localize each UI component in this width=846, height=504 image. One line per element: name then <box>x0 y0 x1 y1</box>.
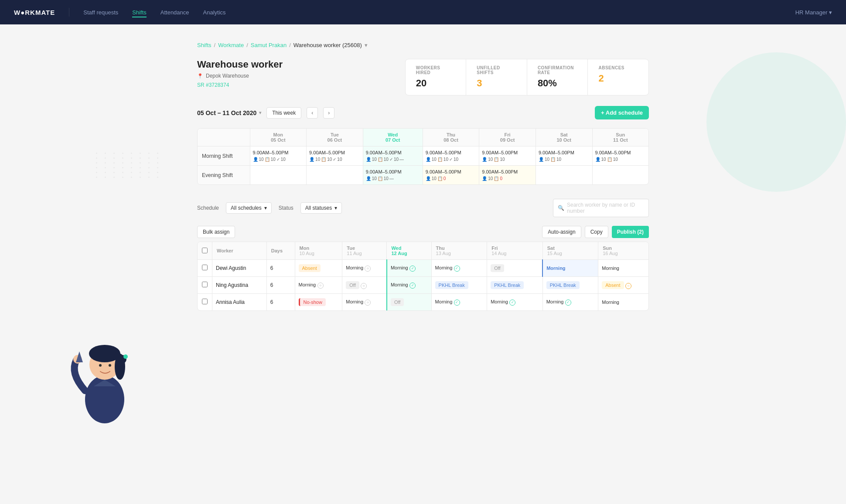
filter-row: Schedule All schedules ▾ Status All stat… <box>197 194 649 222</box>
morning-sun: 9.00AM–5.00PM 👤10 📋10 <box>592 146 648 166</box>
table-row: Ning Agustina 6 Morning ○ Off ○ Morning … <box>198 277 648 294</box>
row3-mon: No-show <box>295 294 342 311</box>
row1-sat: Morning <box>542 260 598 277</box>
breadcrumb-workmate[interactable]: Workmate <box>218 42 244 48</box>
breadcrumb-samut-prakan[interactable]: Samut Prakan <box>251 42 287 48</box>
nav-user-menu[interactable]: HR Manager ▾ <box>795 9 832 16</box>
row2-sun: Absent ○ <box>598 277 648 294</box>
date-dropdown-arrow: ▾ <box>259 110 261 115</box>
schedule-col-mon: Mon 05 Oct <box>250 129 307 146</box>
nav-link-attendance[interactable]: Attendance <box>160 7 189 17</box>
auto-assign-button[interactable]: Auto-assign <box>542 226 581 238</box>
svg-point-3 <box>115 354 125 380</box>
row2-fri: PKHL Break <box>487 277 543 294</box>
row3-wed: Off <box>387 294 431 311</box>
nav-link-analytics[interactable]: Analytics <box>203 7 226 17</box>
col-sat: Sat 15 Aug <box>542 242 598 260</box>
add-schedule-button[interactable]: + Add schedule <box>595 106 649 119</box>
evening-mon <box>250 166 307 185</box>
bulk-assign-button[interactable]: Bulk assign <box>197 226 235 238</box>
svg-point-1 <box>89 349 120 380</box>
status-filter-select[interactable]: All statuses ▾ <box>300 202 342 214</box>
row2-mon: Morning ○ <box>295 277 342 294</box>
col-tue: Tue 11 Aug <box>342 242 387 260</box>
schedule-filter-select[interactable]: All schedules ▾ <box>226 202 272 214</box>
schedule-grid-container: Mon 05 Oct Tue 06 Oct Wed 07 Oct Thu 08 … <box>197 128 649 185</box>
date-range-selector[interactable]: 05 Oct – 11 Oct 2020 ▾ <box>197 109 261 116</box>
stat-confirmation-rate: CONFIRMATION RATE 80% <box>527 59 588 95</box>
breadcrumb-current: Warehouse worker (25608) <box>293 42 362 48</box>
col-mon: Mon 10 Aug <box>295 242 342 260</box>
navbar: W●RKMATE Staff requests Shifts Attendanc… <box>0 0 846 24</box>
evening-fri: 9.00AM–5.00PM 👤10 📋0 <box>479 166 536 185</box>
location-icon: 📍 <box>197 73 203 79</box>
character-illustration <box>61 330 148 426</box>
page-title: Warehouse worker <box>197 59 283 70</box>
morning-mon: 9.00AM–5.00PM 👤10 📋10 ✓10 <box>250 146 307 166</box>
row2-wed: Morning ✓ <box>387 277 431 294</box>
row2-worker-name: Ning Agustina <box>212 277 267 294</box>
select-all-checkbox[interactable] <box>202 248 208 253</box>
evening-tue <box>307 166 363 185</box>
svg-point-6 <box>99 364 102 367</box>
stat-workers-hired: WORKERS HIRED 20 <box>406 59 467 95</box>
row2-days: 6 <box>266 277 295 294</box>
row2-checkbox[interactable] <box>198 277 212 294</box>
worker-table: Worker Days Mon 10 Aug Tue 11 Aug Wed 12… <box>197 242 649 311</box>
row1-sun: Morning <box>598 260 648 277</box>
row1-wed: Morning ✓ <box>387 260 431 277</box>
svg-point-0 <box>85 375 124 423</box>
svg-point-7 <box>109 364 111 367</box>
nav-logo: W●RKMATE <box>14 9 55 16</box>
stat-unfilled-shifts: UNFILLED SHIFTS 3 <box>466 59 527 95</box>
table-row: Dewi Agustin 6 Absent Morning ○ Morning … <box>198 260 648 277</box>
col-wed: Wed 12 Aug <box>387 242 431 260</box>
nav-link-staff-requests[interactable]: Staff requests <box>83 7 118 17</box>
schedule-filter-label: Schedule <box>197 205 219 211</box>
row2-tue: Off ○ <box>342 277 387 294</box>
breadcrumb-shifts[interactable]: Shifts <box>197 42 212 48</box>
date-nav: 05 Oct – 11 Oct 2020 ▾ This week ‹ › + A… <box>197 106 649 119</box>
nav-left: W●RKMATE Staff requests Shifts Attendanc… <box>14 7 226 17</box>
schedule-col-fri: Fri 09 Oct <box>479 129 536 146</box>
prev-week-button[interactable]: ‹ <box>307 107 318 119</box>
morning-sat: 9.00AM–5.00PM 👤10 📋10 <box>536 146 592 166</box>
morning-thu: 9.00AM–5.00PM 👤10 📋10 ✓10 <box>423 146 479 166</box>
dots-pattern <box>96 153 162 178</box>
schedule-col-tue: Tue 06 Oct <box>307 129 363 146</box>
evening-shift-label: Evening Shift <box>198 166 250 185</box>
row3-tue: Morning ○ <box>342 294 387 311</box>
col-fri: Fri 14 Aug <box>487 242 543 260</box>
col-checkbox <box>198 242 212 260</box>
row3-thu: Morning ✓ <box>431 294 487 311</box>
col-sun: Sun 16 Aug <box>598 242 648 260</box>
copy-button[interactable]: Copy <box>585 226 608 238</box>
nav-divider <box>69 8 69 17</box>
row3-sun: Morning <box>598 294 648 311</box>
row3-worker-name: Annisa Aulia <box>212 294 267 311</box>
morning-fri: 9.00AM–5.00PM 👤10 📋10 <box>479 146 536 166</box>
nav-link-shifts[interactable]: Shifts <box>132 7 147 17</box>
evening-sat <box>536 166 592 185</box>
schedule-col-sun: Sun 11 Oct <box>592 129 648 146</box>
morning-shift-label: Morning Shift <box>198 146 250 166</box>
sr-link[interactable]: SR #3728374 <box>197 82 229 88</box>
table-row: Annisa Aulia 6 No-show Morning ○ Off Mor… <box>198 294 648 311</box>
row1-checkbox[interactable] <box>198 260 212 277</box>
next-week-button[interactable]: › <box>323 107 334 119</box>
row3-days: 6 <box>266 294 295 311</box>
schedule-col-wed: Wed 07 Oct <box>363 129 423 146</box>
publish-button[interactable]: Publish (2) <box>612 226 649 238</box>
col-worker: Worker <box>212 242 267 260</box>
this-week-button[interactable]: This week <box>266 107 301 119</box>
row2-sat: PKHL Break <box>542 277 598 294</box>
worker-search-box[interactable]: 🔍 Search worker by name or ID number <box>553 199 649 217</box>
col-days: Days <box>266 242 295 260</box>
row3-checkbox[interactable] <box>198 294 212 311</box>
row1-tue: Morning ○ <box>342 260 387 277</box>
svg-point-4 <box>118 355 126 364</box>
row1-mon: Absent <box>295 260 342 277</box>
breadcrumb: Shifts / Workmate / Samut Prakan / Wareh… <box>197 42 368 48</box>
row1-days: 6 <box>266 260 295 277</box>
row3-sat: Morning ✓ <box>542 294 598 311</box>
